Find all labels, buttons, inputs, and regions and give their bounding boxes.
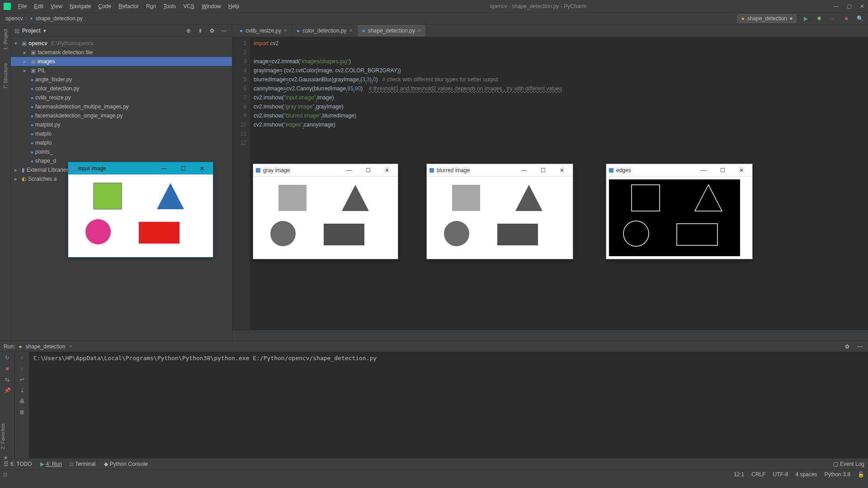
tree-row[interactable]: ▸▣PIL bbox=[11, 66, 232, 75]
tree-row[interactable]: ●angle_finder.py bbox=[11, 75, 232, 84]
menu-refactor[interactable]: Refactor bbox=[115, 3, 142, 9]
minimize-icon[interactable]: — bbox=[516, 167, 532, 174]
tree-root[interactable]: ▾▣ opencv E:\Python\opencv bbox=[11, 39, 232, 48]
locate-icon[interactable]: ⊕ bbox=[184, 26, 193, 35]
close-icon[interactable]: ✕ bbox=[860, 3, 864, 9]
maximize-icon[interactable]: ☐ bbox=[360, 167, 376, 174]
star-icon[interactable]: ★ bbox=[0, 455, 11, 461]
cv-window-titlebar[interactable]: gray image — ☐ ✕ bbox=[253, 164, 398, 177]
close-icon[interactable]: ✕ bbox=[194, 165, 210, 172]
stop-icon[interactable]: ■ bbox=[842, 14, 851, 23]
hide-icon[interactable]: — bbox=[219, 26, 228, 35]
tree-row[interactable]: ●color_detection.py bbox=[11, 84, 232, 93]
breadcrumb-root[interactable]: opencv bbox=[4, 15, 25, 22]
minimize-icon[interactable]: — bbox=[156, 165, 172, 172]
search-icon[interactable]: 🔍 bbox=[855, 14, 864, 23]
lock-icon[interactable]: 🔓 bbox=[858, 471, 864, 478]
menu-view[interactable]: View bbox=[47, 3, 66, 9]
menu-run[interactable]: Run bbox=[142, 3, 160, 9]
run-tab-name[interactable]: shape_detection bbox=[26, 343, 66, 350]
menu-tools[interactable]: Tools bbox=[160, 3, 179, 9]
close-run-tab-icon[interactable]: × bbox=[69, 343, 72, 350]
close-tab-icon[interactable]: × bbox=[349, 28, 353, 34]
indent[interactable]: 4 spaces bbox=[796, 471, 817, 478]
tree-row[interactable]: ●facemaskdetection_single_image.py bbox=[11, 111, 232, 120]
tree-row[interactable]: ●cvlib_resize.py bbox=[11, 93, 232, 102]
menu-window[interactable]: Window bbox=[198, 3, 225, 9]
down-icon[interactable]: ↓ bbox=[21, 366, 24, 372]
sidetab-favorites[interactable]: 2: Favorites bbox=[0, 422, 5, 451]
status-left-icon[interactable]: □ bbox=[4, 471, 7, 478]
close-tab-icon[interactable]: × bbox=[284, 28, 287, 34]
run-settings-icon[interactable]: ✿ bbox=[843, 342, 852, 351]
tree-row[interactable]: ●matplot.py bbox=[11, 120, 232, 129]
print-icon[interactable]: 🖶 bbox=[19, 398, 25, 404]
btab-eventlog[interactable]: ▢ Event Log bbox=[833, 461, 864, 467]
maximize-icon[interactable]: ▢ bbox=[847, 3, 852, 9]
sidetab-project[interactable]: 1: Project bbox=[3, 29, 8, 50]
tree-row[interactable]: ▸▣facemask detection file bbox=[11, 48, 232, 57]
close-icon[interactable]: ✕ bbox=[379, 167, 395, 174]
collapse-icon[interactable]: ⇟ bbox=[196, 26, 205, 35]
close-icon[interactable]: ✕ bbox=[733, 167, 750, 174]
menu-code[interactable]: Code bbox=[94, 3, 115, 9]
tree-row[interactable]: ●matplo bbox=[11, 138, 232, 147]
maximize-icon[interactable]: ☐ bbox=[714, 167, 731, 174]
settings-icon[interactable]: ✿ bbox=[208, 26, 217, 35]
tree-row-images[interactable]: ▸▣images bbox=[11, 57, 232, 66]
tab-shape[interactable]: ●shape_detection.py× bbox=[358, 25, 426, 37]
encoding[interactable]: UTF-8 bbox=[773, 471, 788, 478]
run-tool-window: Run: ● shape_detection × ✿ — ↻ ■ ⇆ 📌 ↑ ↓… bbox=[0, 341, 868, 458]
pin-icon[interactable]: 📌 bbox=[4, 387, 11, 394]
tree-row[interactable]: ●points_ bbox=[11, 147, 232, 156]
sidetab-structure[interactable]: 7: Structure bbox=[3, 63, 8, 89]
chevron-down-icon[interactable]: ▾ bbox=[43, 28, 46, 34]
close-tab-icon[interactable]: × bbox=[418, 28, 421, 34]
maximize-icon[interactable]: ☐ bbox=[535, 167, 551, 174]
tab-color[interactable]: ●color_detection.py× bbox=[292, 25, 358, 37]
menu-vcs[interactable]: VCS bbox=[179, 3, 198, 9]
run-output[interactable]: C:\Users\HP\AppData\Local\Programs\Pytho… bbox=[29, 352, 868, 458]
tab-cvlib[interactable]: ●cvlib_resize.py× bbox=[235, 25, 292, 37]
btab-terminal[interactable]: □ Terminal bbox=[70, 461, 96, 467]
project-header-label[interactable]: Project bbox=[22, 28, 41, 34]
softwrap-icon[interactable]: ↩ bbox=[20, 376, 24, 383]
cursor-position[interactable]: 12:1 bbox=[734, 471, 744, 478]
cv-window-edges[interactable]: edges — ☐ ✕ bbox=[606, 164, 753, 259]
up-icon[interactable]: ↑ bbox=[21, 355, 24, 361]
layout-icon[interactable]: ⇆ bbox=[5, 376, 9, 383]
minimize-icon[interactable]: — bbox=[833, 3, 839, 9]
cv-window-input[interactable]: input image — ☐ ✕ bbox=[68, 162, 213, 258]
trash-icon[interactable]: 🗑 bbox=[19, 409, 25, 415]
btab-pyconsole[interactable]: ◆ Python Console bbox=[104, 461, 148, 467]
cv-window-gray[interactable]: gray image — ☐ ✕ bbox=[253, 164, 398, 259]
cv-window-blurred[interactable]: blurred image — ☐ ✕ bbox=[426, 164, 573, 259]
cv-window-titlebar[interactable]: edges — ☐ ✕ bbox=[606, 164, 752, 177]
menu-edit[interactable]: Edit bbox=[30, 3, 47, 9]
debug-icon[interactable]: ✱ bbox=[815, 14, 824, 23]
rerun-icon[interactable]: ↻ bbox=[5, 355, 9, 361]
run-icon[interactable]: ▶ bbox=[801, 14, 810, 23]
close-icon[interactable]: ✕ bbox=[554, 167, 570, 174]
cv-window-titlebar[interactable]: blurred image — ☐ ✕ bbox=[427, 164, 573, 177]
tree-row[interactable]: ●facemaskdetection_multipe_images.py bbox=[11, 102, 232, 111]
btab-run[interactable]: ▶ 4: Run bbox=[40, 461, 62, 467]
scroll-icon[interactable]: ⤓ bbox=[20, 387, 24, 394]
breadcrumb-file[interactable]: shape_detection.py bbox=[34, 15, 85, 22]
tree-root-path: E:\Python\opencv bbox=[51, 40, 94, 47]
line-ending[interactable]: CRLF bbox=[751, 471, 765, 478]
menu-help[interactable]: Help bbox=[225, 3, 243, 9]
minimize-icon[interactable]: — bbox=[341, 167, 357, 174]
menu-navigate[interactable]: Navigate bbox=[66, 3, 94, 9]
interpreter[interactable]: Python 3.8 bbox=[825, 471, 850, 478]
btab-todo[interactable]: ☲ 6: TODO bbox=[4, 461, 32, 467]
menu-file[interactable]: File bbox=[14, 3, 30, 9]
maximize-icon[interactable]: ☐ bbox=[175, 165, 191, 172]
minimize-icon[interactable]: — bbox=[695, 167, 712, 174]
cv-window-titlebar[interactable]: input image — ☐ ✕ bbox=[68, 162, 213, 175]
run-config-selector[interactable]: ● shape_detection ▾ bbox=[737, 14, 797, 23]
stop-run-icon[interactable]: ■ bbox=[5, 366, 9, 372]
tree-row[interactable]: ●matplo bbox=[11, 129, 232, 138]
attach-icon[interactable]: ⎋ bbox=[828, 14, 837, 23]
run-hide-icon[interactable]: — bbox=[855, 342, 864, 351]
